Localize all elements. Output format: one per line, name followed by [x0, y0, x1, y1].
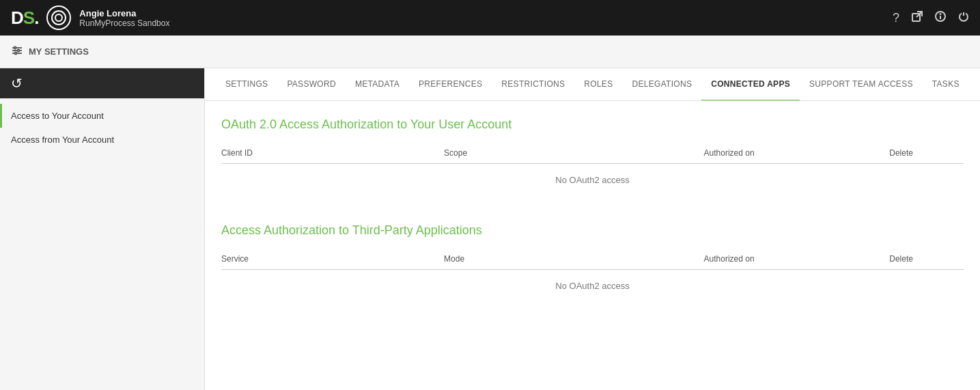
- col-mode: Mode: [444, 249, 703, 270]
- help-icon[interactable]: ?: [893, 11, 899, 25]
- header-left: DS. Angie Lorena RunMyProcess Sandbox: [11, 5, 169, 30]
- my-settings-label: MY SETTINGS: [11, 44, 89, 59]
- info-icon[interactable]: [935, 11, 946, 25]
- third-party-table: Service Mode Authorized on Delete: [221, 249, 964, 302]
- oauth-section: OAuth 2.0 Access Authorization to Your U…: [221, 117, 964, 196]
- sidebar-item-access-from[interactable]: Access from Your Account: [0, 128, 204, 152]
- sidebar: ↺ Access to Your Account Access from You…: [0, 68, 205, 390]
- secondary-nav: MY SETTINGS: [0, 36, 980, 68]
- tab-delegations[interactable]: DELEGATIONS: [622, 68, 701, 101]
- tab-tasks[interactable]: TASKS: [923, 68, 969, 101]
- col-delete-2: Delete: [889, 249, 964, 270]
- svg-point-6: [940, 14, 941, 14]
- tab-password[interactable]: PASSWORD: [277, 68, 346, 101]
- sidebar-item-access-to[interactable]: Access to Your Account: [0, 104, 204, 128]
- settings-sliders-icon: [11, 44, 23, 59]
- logo-icon: [46, 5, 71, 30]
- svg-point-0: [52, 11, 66, 25]
- col-scope: Scope: [444, 143, 703, 164]
- tab-restrictions[interactable]: RESTRICTIONS: [492, 68, 574, 101]
- refresh-icon: ↺: [11, 75, 23, 92]
- svg-point-10: [14, 46, 16, 48]
- refresh-button[interactable]: ↺: [0, 68, 204, 98]
- content-area: OAuth 2.0 Access Authorization to Your U…: [205, 101, 980, 390]
- oauth-table: Client ID Scope Authorized on Delete: [221, 143, 964, 196]
- col-authorized-on-2: Authorized on: [704, 249, 890, 270]
- top-header: DS. Angie Lorena RunMyProcess Sandbox ?: [0, 0, 980, 36]
- main-layout: ↺ Access to Your Account Access from You…: [0, 68, 980, 390]
- col-delete: Delete: [889, 143, 964, 164]
- third-party-empty-row: No OAuth2 access: [221, 270, 964, 303]
- svg-point-11: [18, 49, 20, 51]
- user-org: RunMyProcess Sandbox: [79, 18, 169, 28]
- svg-point-1: [55, 14, 62, 21]
- oauth-empty-message: No OAuth2 access: [221, 164, 964, 197]
- tab-metadata[interactable]: METADATA: [346, 68, 409, 101]
- tab-roles[interactable]: ROLES: [574, 68, 622, 101]
- col-client-id: Client ID: [221, 143, 444, 164]
- svg-point-12: [15, 52, 17, 54]
- third-party-section: Access Authorization to Third-Party Appl…: [221, 223, 964, 302]
- ds-logo: DS.: [11, 8, 38, 29]
- tab-connected-apps[interactable]: CONNECTED APPS: [701, 68, 800, 101]
- tab-preferences[interactable]: PREFERENCES: [409, 68, 492, 101]
- tab-settings[interactable]: SETTINGS: [216, 68, 277, 101]
- power-icon[interactable]: [958, 11, 969, 25]
- external-link-icon[interactable]: [912, 11, 923, 25]
- third-party-section-title: Access Authorization to Third-Party Appl…: [221, 223, 964, 238]
- third-party-empty-message: No OAuth2 access: [221, 270, 964, 303]
- right-panel: SETTINGS PASSWORD METADATA PREFERENCES R…: [205, 68, 980, 390]
- sidebar-menu: Access to Your Account Access from Your …: [0, 98, 204, 157]
- user-info: Angie Lorena RunMyProcess Sandbox: [79, 8, 169, 28]
- my-settings-text: MY SETTINGS: [29, 46, 89, 57]
- col-service: Service: [221, 249, 444, 270]
- oauth-empty-row: No OAuth2 access: [221, 164, 964, 197]
- tabs-nav: SETTINGS PASSWORD METADATA PREFERENCES R…: [205, 68, 980, 101]
- header-right: ?: [893, 11, 969, 25]
- col-authorized-on: Authorized on: [704, 143, 890, 164]
- tab-support-team-access[interactable]: SUPPORT TEAM ACCESS: [800, 68, 923, 101]
- oauth-section-title: OAuth 2.0 Access Authorization to Your U…: [221, 117, 964, 132]
- user-name: Angie Lorena: [79, 8, 169, 18]
